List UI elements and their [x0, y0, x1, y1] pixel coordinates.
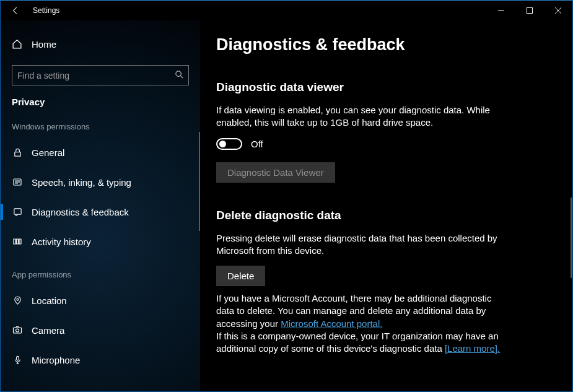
svg-rect-4 — [14, 208, 20, 214]
content-pane: Diagnostics & feedback Diagnostic data v… — [200, 20, 572, 391]
svg-point-7 — [16, 329, 19, 332]
group-label: App permissions — [1, 270, 200, 279]
group-label: Windows permissions — [1, 122, 200, 131]
home-label: Home — [32, 39, 56, 50]
title-bar: Settings — [1, 1, 572, 20]
sidebar-item-diagnostics[interactable]: Diagnostics & feedback — [1, 197, 200, 227]
sidebar: Home Privacy Windows permissions General… — [1, 20, 200, 391]
learn-more-link[interactable]: [Learn more]. — [445, 343, 500, 354]
viewer-toggle[interactable] — [216, 138, 242, 150]
location-icon — [12, 296, 23, 305]
delete-extra-text: If you have a Microsoft Account, there m… — [216, 292, 501, 355]
search-input[interactable] — [12, 65, 189, 85]
sidebar-item-label: Camera — [32, 325, 64, 336]
back-button[interactable] — [12, 7, 19, 14]
sidebar-item-speech[interactable]: Speech, inking, & typing — [1, 167, 200, 197]
microsoft-account-portal-link[interactable]: Microsoft Account portal. — [281, 318, 382, 329]
svg-rect-2 — [14, 152, 20, 156]
maximize-button[interactable] — [515, 1, 544, 20]
sidebar-item-general[interactable]: General — [1, 137, 200, 167]
close-button[interactable] — [544, 1, 572, 20]
sidebar-item-location[interactable]: Location — [1, 285, 200, 315]
camera-icon — [12, 325, 23, 335]
page-title: Diagnostics & feedback — [216, 35, 572, 54]
toggle-state-label: Off — [251, 139, 263, 149]
home-icon — [12, 39, 23, 50]
history-icon — [12, 237, 23, 246]
toggle-knob — [219, 141, 226, 147]
section-body-delete: Pressing delete will erase diagnostic da… — [216, 232, 501, 258]
home-button[interactable]: Home — [1, 32, 200, 56]
microphone-icon — [12, 355, 23, 365]
section-title-delete: Delete diagnostic data — [216, 209, 572, 222]
section-body-viewer: If data viewing is enabled, you can see … — [216, 104, 501, 129]
feedback-icon — [12, 207, 23, 217]
sidebar-item-camera[interactable]: Camera — [1, 315, 200, 345]
sidebar-item-label: Diagnostics & feedback — [32, 207, 129, 217]
sidebar-item-label: Speech, inking, & typing — [32, 177, 131, 188]
search-icon — [175, 70, 184, 82]
sidebar-item-label: Microphone — [32, 355, 80, 365]
svg-point-1 — [176, 71, 181, 76]
lock-icon — [12, 148, 23, 157]
sidebar-item-label: Location — [32, 295, 67, 306]
svg-rect-8 — [16, 356, 19, 360]
svg-rect-0 — [527, 8, 533, 14]
window-title: Settings — [33, 6, 59, 15]
sidebar-item-activity-history[interactable]: Activity history — [1, 227, 200, 256]
svg-point-5 — [17, 298, 19, 300]
sidebar-section-label: Privacy — [1, 97, 200, 107]
section-title-viewer: Diagnostic data viewer — [216, 81, 572, 94]
delete-button[interactable]: Delete — [216, 266, 265, 286]
content-scrollbar[interactable] — [571, 198, 572, 278]
minimize-button[interactable] — [487, 1, 515, 20]
sidebar-item-label: Activity history — [32, 237, 91, 247]
sidebar-item-label: General — [32, 147, 64, 158]
svg-rect-6 — [14, 328, 22, 333]
speech-icon — [12, 177, 23, 187]
sidebar-item-microphone[interactable]: Microphone — [1, 345, 200, 375]
diagnostic-data-viewer-button[interactable]: Diagnostic Data Viewer — [216, 162, 335, 183]
